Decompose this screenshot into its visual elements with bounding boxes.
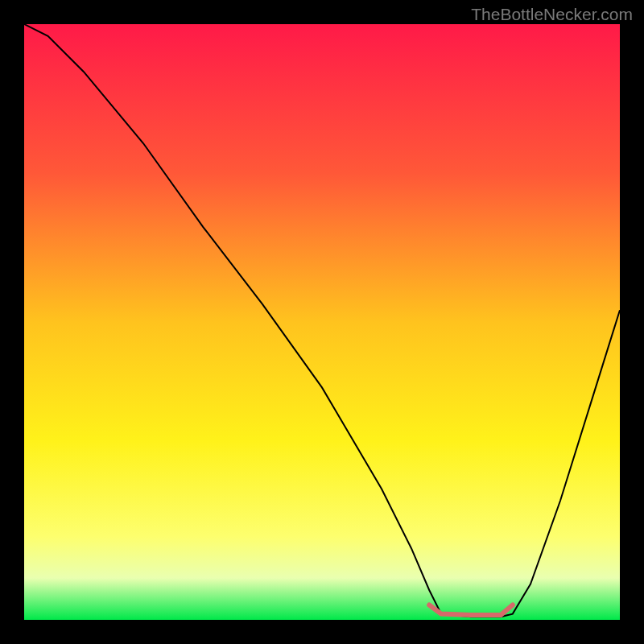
chart-plot-area (24, 24, 620, 620)
bottleneck-chart (24, 24, 620, 620)
attribution-label: TheBottleNecker.com (471, 5, 633, 24)
chart-background (24, 24, 620, 620)
